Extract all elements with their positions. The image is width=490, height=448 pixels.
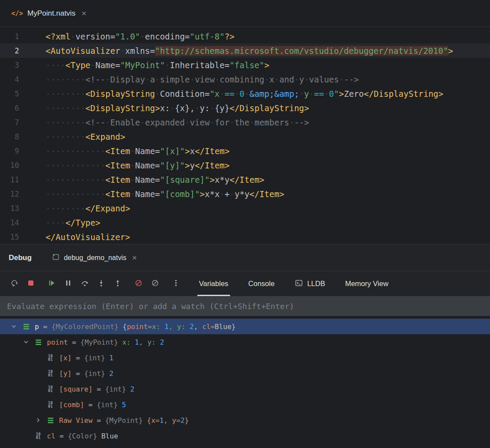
- line-number[interactable]: 2: [0, 46, 28, 55]
- rerun-icon: [10, 279, 19, 289]
- line-number[interactable]: 10: [0, 161, 28, 170]
- code-line-14[interactable]: 14····</Type>: [0, 215, 490, 230]
- code-line-13[interactable]: 13········</Expand>: [0, 201, 490, 215]
- editor-tab-bar: </> MyPoint.natvis ×: [0, 0, 490, 27]
- code-line-12[interactable]: 12············<Item·Name="[comb]">x*x·+·…: [0, 187, 490, 201]
- step-out-button[interactable]: [112, 278, 123, 290]
- code-line-11[interactable]: 11············<Item·Name="[square]">x*y<…: [0, 172, 490, 187]
- code-text: ········<Expand>: [28, 132, 125, 142]
- mute-watches-button[interactable]: [149, 278, 161, 290]
- variable-text: point = {MyPoint} x: 1, y: 2: [47, 338, 164, 346]
- chevron-right-icon[interactable]: [32, 416, 44, 424]
- variable-row-square[interactable]: 1001[square] = {int} 2: [0, 381, 490, 397]
- tab-console[interactable]: Console: [247, 271, 277, 296]
- evaluate-placeholder: Evaluate expression (Enter) or add a wat…: [7, 302, 294, 311]
- step-out-icon: [113, 279, 122, 289]
- line-number[interactable]: 3: [0, 61, 28, 69]
- variable-text: [square] = {int} 2: [59, 385, 134, 393]
- line-number[interactable]: 4: [0, 75, 28, 84]
- variable-row-point[interactable]: point = {MyPoint} x: 1, y: 2: [0, 334, 490, 350]
- debug-toolwindow-header: Debug debug_demo_natvis ×: [0, 244, 490, 271]
- pause-button[interactable]: [63, 278, 74, 290]
- line-number[interactable]: 14: [0, 218, 28, 227]
- debug-title: Debug: [9, 254, 32, 262]
- step-over-button[interactable]: [79, 278, 90, 290]
- rerun-button[interactable]: [9, 278, 20, 290]
- code-line-3[interactable]: 3····<Type·Name="MyPoint"·Inheritable="f…: [0, 58, 490, 72]
- more-button[interactable]: [170, 278, 182, 290]
- code-line-2[interactable]: 2<AutoVisualizer·xmlns="http://schemas.m…: [0, 43, 490, 58]
- code-text: ············<Item·Name="[y]">y</Item>: [28, 161, 230, 170]
- line-number[interactable]: 8: [0, 132, 28, 141]
- editor-tab-close-icon[interactable]: ×: [80, 8, 88, 18]
- resume-icon: [47, 279, 56, 289]
- step-over-icon: [80, 279, 89, 289]
- line-number[interactable]: 15: [0, 233, 28, 241]
- variable-row-raw-view[interactable]: Raw View = {MyPoint} {x=1, y=2}: [0, 412, 490, 428]
- tab-console-label: Console: [248, 280, 275, 288]
- variable-text: [x] = {int} 1: [59, 354, 113, 362]
- code-text: <?xml·version="1.0"·encoding="utf-8"?>: [28, 32, 235, 41]
- tab-variables-label: Variables: [199, 280, 228, 288]
- pause-icon: [64, 279, 73, 289]
- tab-memory-view[interactable]: Memory View: [343, 271, 390, 296]
- line-number[interactable]: 12: [0, 190, 28, 198]
- code-line-4[interactable]: 4········<!--·Display·a·simple·view·comb…: [0, 72, 490, 86]
- primitive-value-icon: 1001: [44, 370, 56, 377]
- code-text: ········</Expand>: [28, 204, 130, 213]
- line-number[interactable]: 5: [0, 89, 28, 98]
- mute-breakpoints-icon: [134, 279, 143, 289]
- debug-session-tab-close-icon[interactable]: ×: [130, 253, 139, 263]
- line-number[interactable]: 1: [0, 32, 28, 41]
- debug-session-tab[interactable]: debug_demo_natvis ×: [52, 253, 139, 263]
- primitive-value-icon: 1001: [44, 385, 56, 392]
- resume-button[interactable]: [46, 278, 57, 290]
- code-line-15[interactable]: 15</AutoVisualizer>: [0, 230, 490, 244]
- code-area[interactable]: 1<?xml·version="1.0"·encoding="utf-8"?>2…: [0, 29, 490, 244]
- variable-text: p = {MyColoredPoint} {point=x: 1, y: 2, …: [35, 323, 235, 331]
- variable-row-comb[interactable]: 1001[comb] = {int} 5: [0, 397, 490, 412]
- evaluate-expression-field[interactable]: Evaluate expression (Enter) or add a wat…: [0, 296, 490, 316]
- chevron-down-icon[interactable]: [8, 323, 20, 330]
- variable-row-cl[interactable]: 1001cl = {Color} Blue: [0, 428, 490, 444]
- object-stack-icon: [20, 323, 32, 330]
- line-number[interactable]: 6: [0, 104, 28, 112]
- debugger-tabs: Variables Console LLDB Memory View: [197, 271, 407, 296]
- ide-window: { "colors": { "selection_blue": "#2e436e…: [0, 0, 490, 448]
- code-text: ········<!--·Display·a·simple·view·combi…: [28, 75, 359, 84]
- slashed-circle-icon: [151, 279, 159, 289]
- line-number[interactable]: 7: [0, 118, 28, 127]
- variable-row-p[interactable]: p = {MyColoredPoint} {point=x: 1, y: 2, …: [0, 319, 490, 334]
- line-number[interactable]: 9: [0, 147, 28, 155]
- code-line-6[interactable]: 6········<DisplayString>x:·{x},·y:·{y}</…: [0, 101, 490, 115]
- variable-text: Raw View = {MyPoint} {x=1, y=2}: [59, 416, 189, 425]
- variable-text: [y] = {int} 2: [59, 369, 113, 378]
- code-line-9[interactable]: 9············<Item·Name="[x]">x</Item>: [0, 144, 490, 158]
- code-editor[interactable]: 1<?xml·version="1.0"·encoding="utf-8"?>2…: [0, 27, 490, 244]
- code-text: ············<Item·Name="[comb]">x*x·+·y*…: [28, 189, 284, 199]
- more-options-icon: [172, 279, 180, 289]
- variable-row-y[interactable]: 1001[y] = {int} 2: [0, 366, 490, 381]
- code-text: </AutoVisualizer>: [28, 232, 130, 242]
- tab-variables[interactable]: Variables: [197, 271, 230, 296]
- code-text: ············<Item·Name="[square]">x*y</I…: [28, 175, 265, 184]
- primitive-value-icon: 1001: [32, 432, 44, 439]
- stop-button[interactable]: [25, 278, 36, 290]
- code-line-10[interactable]: 10············<Item·Name="[y]">y</Item>: [0, 158, 490, 172]
- code-text: ····<Type·Name="MyPoint"·Inheritable="fa…: [28, 60, 269, 70]
- line-number[interactable]: 13: [0, 204, 28, 213]
- chevron-down-icon[interactable]: [20, 338, 32, 346]
- tab-lldb-label: LLDB: [307, 280, 325, 288]
- code-line-1[interactable]: 1<?xml·version="1.0"·encoding="utf-8"?>: [0, 29, 490, 43]
- code-line-8[interactable]: 8········<Expand>: [0, 129, 490, 144]
- editor-tab-mypoint-natvis[interactable]: </> MyPoint.natvis ×: [5, 0, 94, 26]
- code-line-5[interactable]: 5········<DisplayString·Condition="x·==·…: [0, 86, 490, 101]
- mute-breakpoints-button[interactable]: [133, 278, 144, 290]
- variable-text: [comb] = {int} 5: [59, 401, 126, 409]
- code-line-7[interactable]: 7········<!--·Enable·expanded·view·for·t…: [0, 115, 490, 129]
- primitive-value-icon: 1001: [44, 354, 56, 361]
- step-into-button[interactable]: [96, 278, 107, 290]
- variable-row-x[interactable]: 1001[x] = {int} 1: [0, 350, 490, 366]
- tab-lldb[interactable]: LLDB: [293, 271, 327, 296]
- line-number[interactable]: 11: [0, 175, 28, 184]
